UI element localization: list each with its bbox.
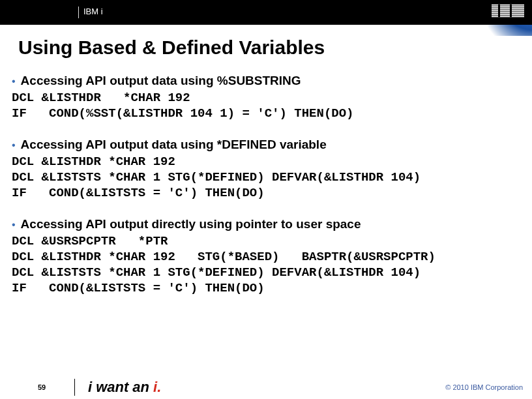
topbar: IBM i [0,0,532,25]
bullet-icon: • [12,74,16,89]
section-1: • Accessing API output data using %SUBST… [12,73,520,121]
svg-rect-2 [492,8,524,10]
bullet-line-3: • Accessing API output directly using po… [12,216,520,232]
svg-rect-5 [492,14,524,16]
bullet-line-2: • Accessing API output data using *DEFIN… [12,137,520,153]
bullet-text-1: Accessing API output data using %SUBSTRI… [21,73,301,89]
footer-divider [74,379,75,396]
page-number: 59 [9,383,74,391]
slide-title: Using Based & Defined Variables [18,37,325,59]
bullet-line-1: • Accessing API output data using %SUBST… [12,73,520,89]
slide: IBM i Using Based & Defined Variabl [0,0,532,399]
footer: 59 i want an i. © 2010 IBM Corporation [0,376,532,399]
copyright: © 2010 IBM Corporation [445,383,523,391]
code-block-2: DCL &LISTHDR *CHAR 192 DCL &LISTSTS *CHA… [12,154,520,201]
bullet-text-3: Accessing API output directly using poin… [21,216,361,232]
svg-rect-8 [510,5,512,18]
svg-rect-7 [498,5,500,18]
svg-rect-0 [492,5,524,6]
bullet-icon: • [12,218,16,232]
svg-rect-3 [492,10,524,12]
section-3: • Accessing API output directly using po… [12,216,520,296]
svg-rect-6 [492,16,524,18]
code-block-3: DCL &USRSPCPTR *PTR DCL &LISTHDR *CHAR 1… [12,233,520,296]
ibm-logo [492,5,524,21]
bullet-icon: • [12,138,16,153]
svg-rect-4 [492,12,524,14]
topbar-divider [78,7,79,18]
code-block-1: DCL &LISTHDR *CHAR 192 IF COND(%SST(&LIS… [12,90,520,121]
product-label: IBM i [83,7,103,16]
section-2: • Accessing API output data using *DEFIN… [12,137,520,201]
slide-content: • Accessing API output data using %SUBST… [12,72,520,366]
tagline: i want an i. [88,379,161,396]
bullet-text-2: Accessing API output data using *DEFINED… [21,137,327,153]
ibm-logo-svg [492,5,524,18]
tagline-mid: want an [96,379,149,396]
svg-rect-1 [492,7,524,8]
tagline-i1: i [88,379,92,396]
tagline-i2: i. [153,379,161,396]
